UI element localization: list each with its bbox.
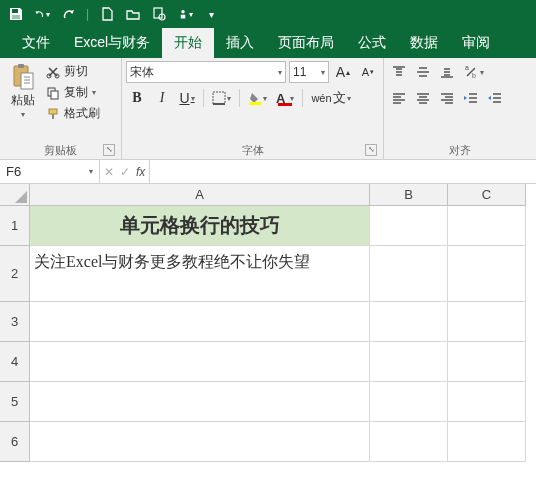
row-header-4[interactable]: 4: [0, 342, 30, 382]
cells-area[interactable]: 单元格换行的技巧关注Excel与财务更多教程绝不让你失望: [30, 206, 536, 500]
cell-B6[interactable]: [370, 422, 448, 462]
svg-rect-12: [49, 109, 57, 114]
ribbon: 粘贴 ▾ 剪切 复制▾ 格式刷 剪贴板⤡: [0, 58, 536, 160]
cell-A3[interactable]: [30, 302, 370, 342]
name-box-value: F6: [6, 164, 21, 179]
phonetic-guide-button[interactable]: wén文▾: [308, 87, 353, 109]
name-box[interactable]: F6▾: [0, 160, 100, 183]
row-header-1[interactable]: 1: [0, 206, 30, 246]
font-launcher-icon[interactable]: ⤡: [365, 144, 377, 156]
clipboard-launcher-icon[interactable]: ⤡: [103, 144, 115, 156]
row-header-5[interactable]: 5: [0, 382, 30, 422]
svg-rect-1: [12, 15, 20, 19]
formula-bar: F6▾ ✕ ✓ fx: [0, 160, 536, 184]
border-button[interactable]: ▾: [209, 87, 234, 109]
paste-label: 粘贴: [11, 92, 35, 109]
tab-1[interactable]: Excel与财务: [62, 28, 162, 58]
cell-C1[interactable]: [448, 206, 526, 246]
svg-rect-17: [278, 103, 292, 106]
bold-button[interactable]: B: [126, 87, 148, 109]
tab-2[interactable]: 开始: [162, 28, 214, 58]
cell-B4[interactable]: [370, 342, 448, 382]
align-bottom-icon[interactable]: [436, 61, 458, 83]
tab-4[interactable]: 页面布局: [266, 28, 346, 58]
cell-A2[interactable]: 关注Excel与财务更多教程绝不让你失望: [30, 246, 370, 302]
fx-icon[interactable]: fx: [136, 165, 145, 179]
col-header-C[interactable]: C: [448, 184, 526, 206]
svg-rect-2: [154, 8, 162, 18]
orientation-icon[interactable]: ab▾: [460, 61, 487, 83]
cut-label: 剪切: [64, 63, 88, 80]
decrease-font-icon[interactable]: A▾: [357, 61, 379, 83]
tab-3[interactable]: 插入: [214, 28, 266, 58]
fill-color-button[interactable]: ▾: [245, 87, 270, 109]
touch-mode-icon[interactable]: ▾: [177, 6, 193, 22]
col-header-B[interactable]: B: [370, 184, 448, 206]
cell-B3[interactable]: [370, 302, 448, 342]
row-header-2[interactable]: 2: [0, 246, 30, 302]
cell-B2[interactable]: [370, 246, 448, 302]
group-clipboard: 粘贴 ▾ 剪切 复制▾ 格式刷 剪贴板⤡: [0, 58, 122, 159]
decrease-indent-icon[interactable]: [460, 87, 482, 109]
row-header-3[interactable]: 3: [0, 302, 30, 342]
cell-A6[interactable]: [30, 422, 370, 462]
undo-icon[interactable]: ▾: [34, 6, 50, 22]
cell-B1[interactable]: [370, 206, 448, 246]
cell-C6[interactable]: [448, 422, 526, 462]
paste-button[interactable]: 粘贴 ▾: [4, 61, 42, 119]
print-preview-icon[interactable]: [151, 6, 167, 22]
cell-C3[interactable]: [448, 302, 526, 342]
cell-A1[interactable]: 单元格换行的技巧: [30, 206, 370, 246]
cell-A5[interactable]: [30, 382, 370, 422]
increase-indent-icon[interactable]: [484, 87, 506, 109]
svg-rect-13: [52, 114, 54, 119]
tab-6[interactable]: 数据: [398, 28, 450, 58]
increase-font-icon[interactable]: A▴: [332, 61, 354, 83]
clipboard-group-label: 剪贴板: [44, 144, 77, 156]
format-painter-button[interactable]: 格式刷: [44, 104, 102, 123]
cut-button[interactable]: 剪切: [44, 62, 102, 81]
column-headers: ABC: [30, 184, 526, 206]
copy-button[interactable]: 复制▾: [44, 83, 102, 102]
quick-access-toolbar: ▾ | ▾ ▾: [0, 0, 536, 28]
enter-formula-icon[interactable]: ✓: [120, 165, 130, 179]
group-font: 宋体▾ 11▾ A▴ A▾ B I U▾ ▾ ▾ A▾ wén文▾: [122, 58, 384, 159]
group-alignment: ab▾ 对齐: [384, 58, 536, 159]
select-all-corner[interactable]: [0, 184, 30, 206]
cell-C4[interactable]: [448, 342, 526, 382]
cancel-formula-icon[interactable]: ✕: [104, 165, 114, 179]
align-middle-icon[interactable]: [412, 61, 434, 83]
row-header-6[interactable]: 6: [0, 422, 30, 462]
new-file-icon[interactable]: [99, 6, 115, 22]
customize-qat-icon[interactable]: ▾: [203, 6, 219, 22]
font-name-combo[interactable]: 宋体▾: [126, 61, 286, 83]
align-top-icon[interactable]: [388, 61, 410, 83]
font-size-combo[interactable]: 11▾: [289, 61, 329, 83]
tab-7[interactable]: 审阅: [450, 28, 502, 58]
svg-text:a: a: [465, 64, 469, 71]
align-right-icon[interactable]: [436, 87, 458, 109]
svg-rect-11: [51, 91, 58, 99]
font-group-label: 字体: [242, 144, 264, 156]
cell-B5[interactable]: [370, 382, 448, 422]
svg-text:b: b: [472, 72, 476, 79]
font-size-value: 11: [293, 65, 306, 79]
tab-5[interactable]: 公式: [346, 28, 398, 58]
formula-input[interactable]: [150, 160, 536, 183]
font-color-button[interactable]: A▾: [273, 87, 297, 109]
col-header-A[interactable]: A: [30, 184, 370, 206]
cell-C5[interactable]: [448, 382, 526, 422]
italic-button[interactable]: I: [151, 87, 173, 109]
align-left-icon[interactable]: [388, 87, 410, 109]
cell-C2[interactable]: [448, 246, 526, 302]
cell-A4[interactable]: [30, 342, 370, 382]
align-center-icon[interactable]: [412, 87, 434, 109]
open-file-icon[interactable]: [125, 6, 141, 22]
tab-0[interactable]: 文件: [10, 28, 62, 58]
row-headers: 123456: [0, 206, 30, 500]
redo-icon[interactable]: [60, 6, 76, 22]
underline-button[interactable]: U▾: [176, 87, 198, 109]
save-icon[interactable]: [8, 6, 24, 22]
svg-point-4: [181, 10, 184, 13]
svg-rect-16: [249, 102, 261, 105]
